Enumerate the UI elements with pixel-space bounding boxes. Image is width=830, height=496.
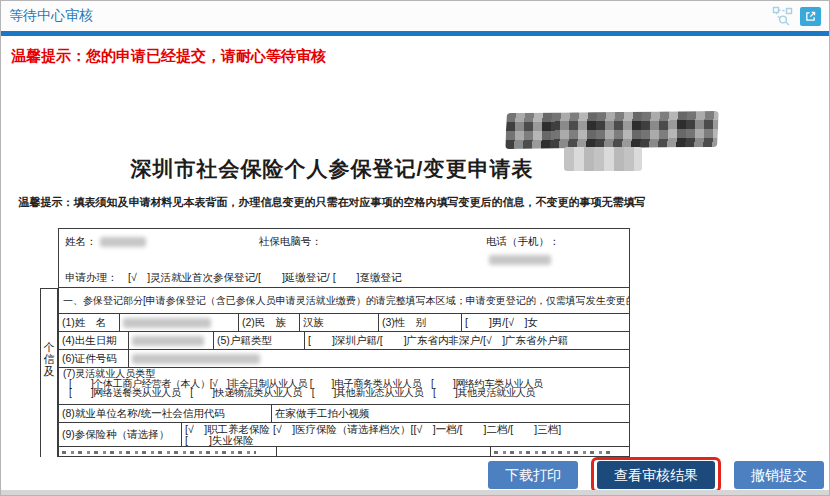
flow-select-icon[interactable]	[772, 6, 794, 26]
cell-nation-label: (2)民 族	[239, 314, 300, 331]
doc-title: 深圳市社会保险个人参保登记/变更申请表	[1, 155, 663, 183]
waiting-review-panel: 等待中心审核	[0, 0, 830, 496]
cell-birth-value	[129, 332, 214, 349]
table-row-6: (9)参保险种（请选择） [√ ]职工养老保险 [√ ]医疗保险（请选择档次）[…	[58, 423, 630, 447]
notice-text: 温馨提示：您的申请已经提交，请耐心等待审核	[11, 47, 326, 66]
id-value-redacted	[132, 354, 260, 364]
sscn-label: 社保电脑号：	[259, 232, 486, 268]
footer-button-bar: 下载打印 查看审核结果 撤销提交	[488, 458, 824, 492]
cancel-submit-button[interactable]: 撤销提交	[734, 461, 824, 489]
table-row-1: (1)姓 名 (2)民 族 汉族 (3)性 别 [ ]男/[√ ]女	[58, 314, 630, 332]
table-row-2: (4)出生日期 (5)户籍类型 [ ]深圳户籍/[ ]广东省内非深户/[√ ]广…	[58, 332, 630, 350]
page-title: 等待中心审核	[9, 7, 93, 25]
cell-employer-value: 在家做手工拍小视频	[272, 405, 629, 422]
table-row-5: (8)就业单位名称/统一社会信用代码 在家做手工拍小视频	[58, 405, 630, 423]
vertical-section-label: 个信及	[43, 341, 55, 377]
cell-hukou-label: (5)户籍类型	[214, 332, 305, 349]
cell-insurance-label: (9)参保险种（请选择）	[59, 423, 182, 446]
name-value-redacted	[100, 237, 146, 247]
name2-value-redacted	[123, 318, 211, 328]
phone-value-redacted	[489, 255, 551, 265]
apply-options-line1: [√ ]灵活就业首次参保登记/[ ]延缴登记/ [ ]趸缴登记	[128, 271, 402, 283]
apply-label: 申请办理：	[65, 271, 118, 283]
cell-nation-value: 汉族	[300, 314, 379, 331]
cell-name-value	[120, 314, 239, 331]
download-print-button[interactable]: 下载打印	[488, 461, 578, 489]
cell-id-label: (6)证件号码	[59, 350, 129, 367]
cell-gender-value: [ ]男/[√ ]女	[462, 314, 629, 331]
cell-name-label: (1)姓 名	[59, 314, 120, 331]
form-top-block: 姓名： 社保电脑号： 电话（手机）： 申请办理： [√ ]灵活就业首次参保登记/…	[58, 228, 630, 288]
doc-hint: 温馨提示：填表须知及申请材料见本表背面，办理信息变更的只需在对应事项的空格内填写…	[1, 195, 663, 210]
view-result-button[interactable]: 查看审核结果	[597, 461, 715, 489]
cell-hukou-value: [ ]深圳户籍/[ ]广东省内非深户/[√ ]广东省外户籍	[305, 332, 629, 349]
name-label: 姓名：	[65, 235, 97, 247]
external-link-button[interactable]	[800, 7, 821, 26]
table-row-3: (6)证件号码	[58, 350, 630, 368]
accent-divider	[1, 31, 829, 36]
bottom-border-strip	[1, 490, 829, 495]
cell-id-value	[129, 350, 629, 367]
form-table: 个信及 姓名： 社保电脑号： 电话（手机）： 申请办理： [√ ]灵活就业首次参…	[40, 228, 630, 457]
cell-gender-label: (3)性 别	[379, 314, 462, 331]
result-highlight-box: 查看审核结果	[591, 457, 721, 493]
insurance-options-line2: [ ]失业保险	[185, 435, 626, 446]
section1-header: 一、参保登记部分[申请参保登记（含已参保人员申请灵活就业缴费）的请完整填写本区域…	[58, 288, 630, 314]
flexible-type-options-line2: [ ]网络送餐类从业人员 [ ]快递物流类从业人员 [ ]其他新业态从业人员 […	[63, 388, 625, 397]
panel-titlebar: 等待中心审核	[1, 1, 829, 31]
cell-employer-label: (8)就业单位名称/统一社会信用代码	[59, 405, 272, 422]
external-link-icon	[804, 10, 817, 23]
birth-value-redacted	[132, 336, 204, 346]
vertical-section-cell: 个信及	[40, 288, 58, 457]
redacted-stamp	[505, 111, 719, 149]
table-row-7-clipped	[58, 447, 630, 457]
table-row-4: (7)灵活就业人员类型 [ ]个体工商户经营者（本人）[√ ]非全日制从业人员 …	[58, 368, 630, 405]
cell-birth-label: (4)出生日期	[59, 332, 129, 349]
phone-label: 电话（手机）：	[486, 235, 560, 247]
